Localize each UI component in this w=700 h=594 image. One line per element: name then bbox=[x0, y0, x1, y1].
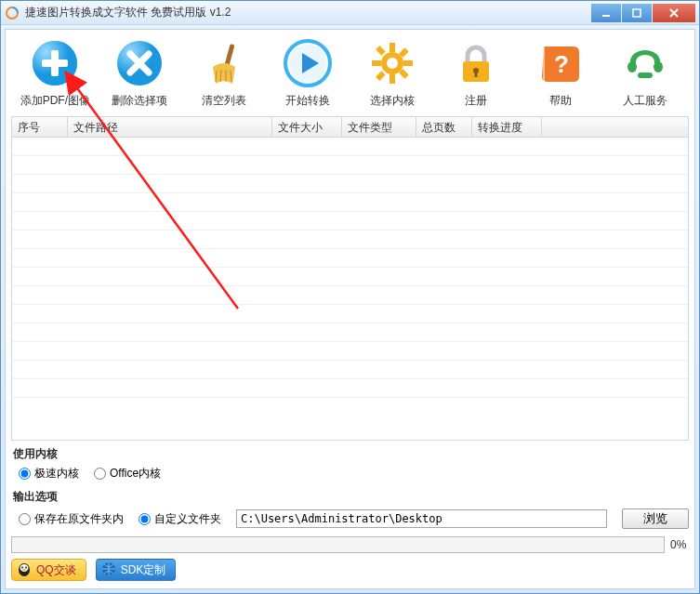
gear-icon bbox=[368, 39, 416, 87]
svg-point-32 bbox=[25, 566, 27, 568]
table-header: 序号 文件路径 文件大小 文件类型 总页数 转换进度 bbox=[12, 117, 688, 138]
plus-icon bbox=[31, 39, 79, 87]
register-label: 注册 bbox=[465, 93, 487, 109]
phone-icon bbox=[621, 39, 669, 87]
qq-chat-label: QQ交谈 bbox=[36, 562, 76, 578]
output-path-input[interactable] bbox=[236, 509, 607, 528]
svg-rect-16 bbox=[376, 46, 386, 56]
kernel-fast-option[interactable]: 极速内核 bbox=[19, 466, 79, 482]
add-file-label: 添加PDF/图像 bbox=[20, 93, 90, 109]
titlebar: 捷速图片转换成文字软件 免费试用版 v1.2 bbox=[1, 1, 699, 25]
output-custom-option[interactable]: 自定义文件夹 bbox=[139, 511, 221, 527]
svg-rect-14 bbox=[372, 60, 381, 66]
kernel-office-radio[interactable] bbox=[94, 468, 106, 480]
svg-text:?: ? bbox=[554, 50, 569, 78]
help-label: 帮助 bbox=[549, 93, 572, 109]
start-button[interactable]: 开始转换 bbox=[269, 39, 347, 109]
svg-point-26 bbox=[654, 61, 663, 73]
clear-label: 清空列表 bbox=[202, 93, 246, 109]
svg-rect-12 bbox=[390, 43, 395, 52]
main-toolbar: 添加PDF/图像 删除选择项 清空列表 开始转换 bbox=[11, 35, 689, 116]
kernel-section-label: 使用内核 bbox=[13, 446, 689, 462]
progress-bar bbox=[11, 536, 665, 553]
col-progress[interactable]: 转换进度 bbox=[472, 117, 542, 137]
svg-rect-2 bbox=[633, 9, 641, 17]
col-seq[interactable]: 序号 bbox=[12, 117, 68, 137]
add-file-button[interactable]: 添加PDF/图像 bbox=[16, 39, 94, 109]
col-size[interactable]: 文件大小 bbox=[272, 117, 342, 137]
svg-rect-6 bbox=[42, 59, 68, 67]
footer-buttons: QQ交谈 SDK定制 bbox=[11, 559, 689, 581]
globe-icon bbox=[100, 561, 117, 580]
service-button[interactable]: 人工服务 bbox=[606, 39, 684, 109]
svg-rect-8 bbox=[224, 44, 234, 66]
close-button[interactable] bbox=[653, 4, 695, 22]
sdk-label: SDK定制 bbox=[121, 562, 166, 578]
play-icon bbox=[284, 39, 332, 87]
file-table[interactable]: 序号 文件路径 文件大小 文件类型 总页数 转换进度 bbox=[11, 116, 689, 441]
remove-label: 删除选择项 bbox=[112, 93, 167, 109]
col-path[interactable]: 文件路径 bbox=[68, 117, 272, 137]
qq-icon bbox=[16, 561, 33, 580]
kernel-button[interactable]: 选择内核 bbox=[353, 39, 431, 109]
svg-rect-23 bbox=[475, 72, 478, 77]
help-button[interactable]: ? 帮助 bbox=[522, 39, 600, 109]
svg-rect-15 bbox=[403, 60, 413, 66]
kernel-office-label: Office内核 bbox=[110, 466, 161, 482]
browse-button[interactable]: 浏览 bbox=[622, 508, 689, 529]
table-body bbox=[12, 138, 688, 440]
output-options: 保存在原文件夹内 自定义文件夹 浏览 bbox=[11, 507, 689, 531]
register-button[interactable]: 注册 bbox=[437, 39, 515, 109]
svg-point-20 bbox=[387, 58, 398, 69]
output-same-label: 保存在原文件夹内 bbox=[34, 511, 124, 527]
kernel-fast-label: 极速内核 bbox=[34, 466, 79, 482]
svg-point-31 bbox=[21, 566, 23, 568]
svg-point-25 bbox=[627, 61, 637, 73]
remove-button[interactable]: 删除选择项 bbox=[100, 39, 178, 109]
clear-button[interactable]: 清空列表 bbox=[185, 39, 263, 109]
output-custom-label: 自定义文件夹 bbox=[154, 511, 221, 527]
output-same-radio[interactable] bbox=[19, 513, 31, 525]
delete-icon bbox=[115, 39, 164, 87]
kernel-label: 选择内核 bbox=[370, 93, 415, 109]
kernel-options: 极速内核 Office内核 bbox=[11, 464, 689, 483]
svg-rect-18 bbox=[376, 71, 386, 81]
output-section-label: 输出选项 bbox=[13, 489, 689, 505]
col-spacer bbox=[542, 117, 688, 137]
window-title: 捷速图片转换成文字软件 免费试用版 v1.2 bbox=[25, 5, 590, 20]
output-same-option[interactable]: 保存在原文件夹内 bbox=[19, 511, 124, 527]
window-controls bbox=[590, 4, 695, 22]
col-type[interactable]: 文件类型 bbox=[342, 117, 416, 137]
app-icon bbox=[5, 6, 20, 20]
svg-rect-1 bbox=[602, 15, 610, 17]
lock-icon bbox=[452, 39, 500, 87]
svg-rect-27 bbox=[638, 73, 653, 78]
service-label: 人工服务 bbox=[623, 93, 667, 109]
svg-point-33 bbox=[22, 569, 26, 571]
broom-icon bbox=[200, 39, 248, 87]
progress-row: 0% bbox=[11, 536, 689, 553]
output-custom-radio[interactable] bbox=[139, 513, 151, 525]
app-window: 捷速图片转换成文字软件 免费试用版 v1.2 添加PDF/图像 删除选择项 bbox=[0, 0, 700, 594]
start-label: 开始转换 bbox=[285, 93, 330, 109]
progress-percent: 0% bbox=[670, 538, 689, 551]
help-icon: ? bbox=[536, 39, 585, 87]
maximize-button[interactable] bbox=[622, 4, 652, 22]
sdk-button[interactable]: SDK定制 bbox=[96, 559, 177, 581]
kernel-fast-radio[interactable] bbox=[19, 468, 31, 480]
col-pages[interactable]: 总页数 bbox=[416, 117, 472, 137]
minimize-button[interactable] bbox=[591, 4, 621, 22]
kernel-office-option[interactable]: Office内核 bbox=[94, 466, 161, 482]
svg-rect-13 bbox=[390, 74, 395, 84]
client-area: 添加PDF/图像 删除选择项 清空列表 开始转换 bbox=[5, 29, 695, 589]
qq-chat-button[interactable]: QQ交谈 bbox=[11, 559, 86, 581]
